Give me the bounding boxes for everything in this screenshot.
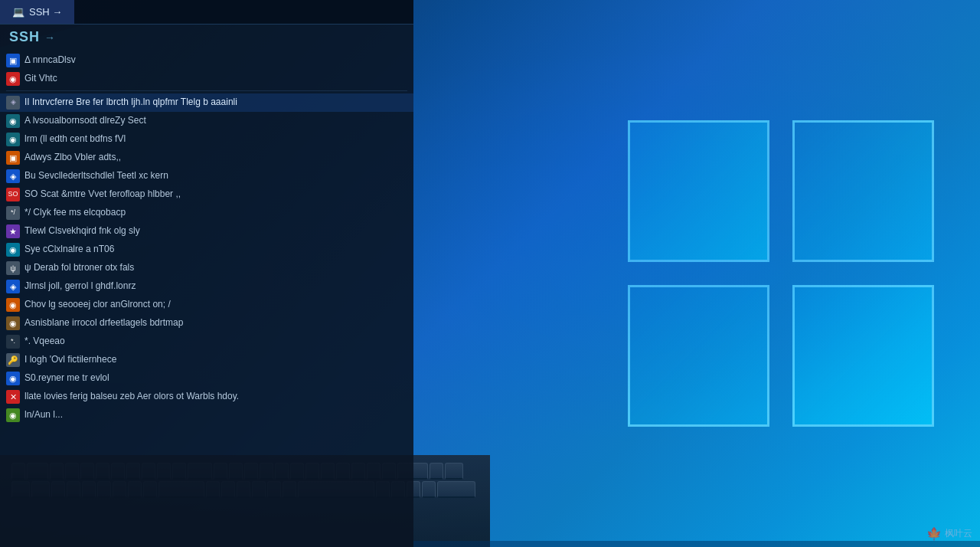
menu-item-1[interactable]: ◉ Git Vhtc [0,70,413,88]
menu-item-main-17[interactable]: ◉ ln/Aun l... [0,406,413,424]
menu-panel: 💻 SSH → SSH → ▣ Δ nnncaDlsv ◉ Git Vhtc ◈… [0,0,413,547]
menu-item-main-2[interactable]: ◉ lrm (ll edth cent bdfns fVl [0,130,413,149]
item-icon-main-10: ◈ [6,280,20,293]
item-text-main-3: Adwys Zlbo Vbler adts,, [24,152,406,164]
key [430,463,443,480]
item-icon-main-11: ◉ [6,298,20,312]
menu-item-main-7[interactable]: ★ Tlewl Clsvekhqird fnk olg sly [0,222,413,241]
item-text-main-12: Asnisblane irrocol drfeetlagels bdrtmap [24,317,406,329]
item-text-main-10: Jlrnsl joll, gerrol l ghdf.lonrz [24,280,406,293]
item-icon-0: ▣ [6,54,20,67]
item-text-main-7: Tlewl Clsvekhqird fnk olg sly [24,225,406,237]
menu-item-main-16[interactable]: ✕ llate lovies ferig balseu zeb Aer olor… [0,388,413,406]
menu-item-main-10[interactable]: ◈ Jlrnsl joll, gerrol l ghdf.lonrz [0,277,413,296]
item-text-main-8: Sye cClxlnalre a nT06 [24,244,406,256]
item-icon-main-1: ◉ [6,114,20,128]
item-text-main-9: ψ Derab fol btroner otx fals [24,262,406,274]
item-icon-main-2: ◉ [6,133,20,146]
item-icon-main-16: ✕ [6,390,20,404]
ssh-title-text: SSH [9,29,40,44]
watermark-text: 枫叶云 [945,527,972,540]
key [445,463,463,480]
item-text-main-14: I logh 'Ovl fictilernhece [24,354,406,366]
menu-items-container: ▣ Δ nnncaDlsv ◉ Git Vhtc ◈ II Intrvcferr… [0,47,413,429]
menu-item-main-14[interactable]: 🔑 I logh 'Ovl fictilernhece [0,351,413,369]
item-text-main-0: II Intrvcferre Bre fer lbrcth ljh.ln qlp… [24,97,406,109]
item-icon-main-14: 🔑 [6,353,20,367]
item-icon-main-12: ◉ [6,316,20,330]
menu-item-0[interactable]: ▣ Δ nnncaDlsv [0,51,413,70]
item-text-main-16: llate lovies ferig balseu zeb Aer olors … [24,391,406,403]
section-divider-1 [6,90,407,91]
item-icon-main-13: *. [6,335,20,349]
menu-item-main-6[interactable]: */ */ Clyk fee ms elcqobacp [0,204,413,222]
menu-item-main-11[interactable]: ◉ Chov lg seooeej clor anGlronct on; / [0,296,413,314]
item-icon-main-4: ◈ [6,169,20,183]
item-icon-1: ◉ [6,72,20,86]
key [422,481,436,498]
item-icon-main-9: ψ [6,261,20,275]
item-text-main-6: */ Clyk fee ms elcqobacp [24,207,406,219]
item-text-main-15: S0.reyner me tr evlol [24,372,406,385]
item-icon-main-7: ★ [6,224,20,238]
key [437,481,475,498]
ssh-icon: 💻 [12,6,24,18]
item-icon-main-8: ◉ [6,243,20,257]
item-icon-main-3: ▣ [6,151,20,165]
item-icon-main-6: */ [6,206,20,220]
item-text-main-13: *. Vqeeao [24,336,406,348]
menu-item-main-4[interactable]: ◈ Bu Sevcllederltschdlel Teetl xc kern [0,167,413,185]
item-text-main-5: SO Scat &mtre Vvet ferofloap hlbber ,, [24,188,406,201]
title-bar: 💻 SSH → [0,0,413,25]
menu-item-main-5[interactable]: SO SO Scat &mtre Vvet ferofloap hlbber ,… [0,185,413,204]
watermark: 🍁 枫叶云 [926,526,972,541]
item-text-main-17: ln/Aun l... [24,409,406,421]
app-tab[interactable]: 💻 SSH → [0,0,74,24]
menu-item-main-3[interactable]: ▣ Adwys Zlbo Vbler adts,, [0,149,413,167]
ssh-arrow: → [44,31,56,44]
item-text-main-4: Bu Sevcllederltschdlel Teetl xc kern [24,170,406,182]
ssh-header: SSH → [0,25,413,47]
item-text-main-1: A lvsoualbornsodt dlreZy Sect [24,115,406,127]
menu-item-main-13[interactable]: *. *. Vqeeao [0,332,413,351]
item-icon-main-17: ◉ [6,408,20,422]
item-text-main-11: Chov lg seooeej clor anGlronct on; / [24,299,406,311]
menu-item-main-15[interactable]: ◉ S0.reyner me tr evlol [0,369,413,388]
item-icon-main-15: ◉ [6,372,20,385]
item-text-0: Δ nnncaDlsv [24,54,406,67]
menu-item-main-12[interactable]: ◉ Asnisblane irrocol drfeetlagels bdrtma… [0,314,413,332]
menu-item-main-8[interactable]: ◉ Sye cClxlnalre a nT06 [0,241,413,259]
taskbar-hint [413,541,980,547]
item-icon-main-5: SO [6,188,20,201]
item-text-1: Git Vhtc [24,73,406,85]
item-icon-main-0: ◈ [6,96,20,110]
menu-item-main-1[interactable]: ◉ A lvsoualbornsodt dlreZy Sect [0,112,413,130]
menu-item-main-9[interactable]: ψ ψ Derab fol btroner otx fals [0,259,413,277]
tab-title: SSH → [29,6,62,18]
watermark-icon: 🍁 [926,526,942,541]
menu-item-main-0[interactable]: ◈ II Intrvcferre Bre fer lbrcth ljh.ln q… [0,93,413,112]
item-text-main-2: lrm (ll edth cent bdfns fVl [24,133,406,146]
